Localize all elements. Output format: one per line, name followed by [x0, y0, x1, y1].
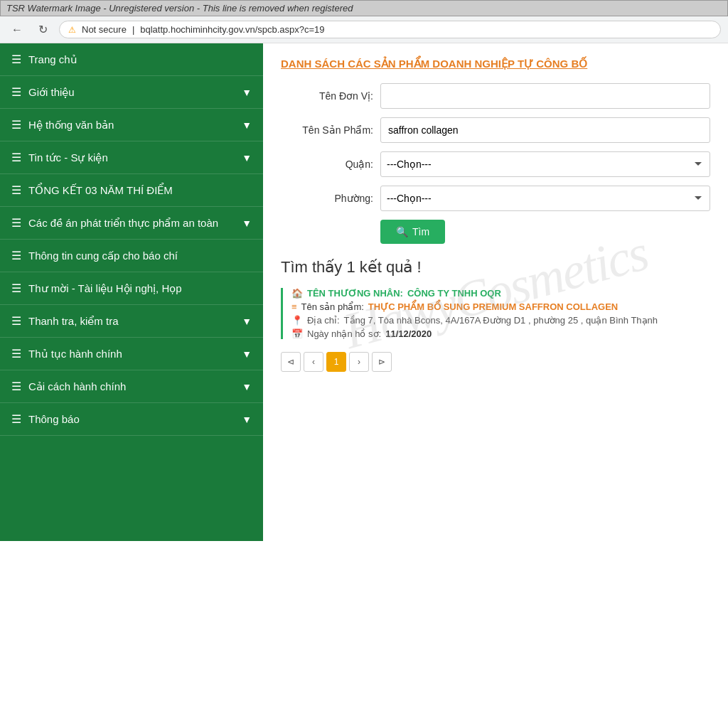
- search-form: Tên Đơn Vị: Tên Sản Phẩm: Quận: ---Chọn-…: [281, 83, 710, 244]
- pin-icon: 📍: [291, 315, 303, 326]
- result-summary: Tìm thấy 1 kết quả !: [281, 258, 710, 277]
- hamburger-icon: ☰: [11, 183, 21, 197]
- hamburger-icon: ☰: [11, 347, 21, 360]
- phuong-select[interactable]: ---Chọn---: [380, 186, 710, 211]
- page-last-button[interactable]: ⊳: [372, 352, 392, 372]
- sidebar-item-label-cac-de-an: Các đề án phát triển thực phẩm an toàn: [28, 217, 218, 230]
- address-value: Tầng 7, Tòa nhà Bcons, 4A/167A Đường D1 …: [344, 315, 658, 326]
- home-icon: 🏠: [291, 288, 303, 299]
- product-name-value: THỰC PHẨM BỔ SUNG PREMIUM SAFFRON COLLAG…: [368, 301, 618, 312]
- chevron-down-icon: ▼: [242, 381, 252, 392]
- merchant-name: 🏠 TÊN THƯƠNG NHÂN: CÔNG TY TNHH OQR: [291, 288, 710, 299]
- san-pham-row: Tên Sản Phẩm:: [281, 117, 710, 143]
- page-title: DANH SÁCH CÁC SẢN PHẨM DOANH NGHIỆP TỰ C…: [281, 58, 710, 70]
- hamburger-icon: ☰: [11, 249, 21, 262]
- sidebar-item-label-thu-tuc: Thủ tục hành chính: [28, 348, 122, 360]
- hamburger-icon: ☰: [11, 282, 21, 295]
- merchant-name-value: CÔNG TY TNHH OQR: [407, 288, 501, 299]
- sidebar-item-thong-bao[interactable]: ☰Thông báo▼: [0, 403, 263, 436]
- chevron-down-icon: ▼: [242, 348, 252, 360]
- search-icon: 🔍: [396, 226, 408, 237]
- sidebar-item-thanh-tra[interactable]: ☰Thanh tra, kiểm tra▼: [0, 305, 263, 338]
- quan-select[interactable]: ---Chọn---: [380, 151, 710, 177]
- url-separator: |: [132, 24, 134, 35]
- page-next-button[interactable]: ›: [349, 352, 369, 372]
- sidebar-item-cac-de-an[interactable]: ☰Các đề án phát triển thực phẩm an toàn▼: [0, 207, 263, 240]
- address-bar[interactable]: ⚠ Not secure | bqlattp.hochiminhcity.gov…: [59, 21, 721, 38]
- main-layout: ☰Trang chủ☰Giới thiệu▼☰Hệ thống văn bản▼…: [0, 43, 728, 541]
- sidebar-item-label-thong-bao: Thông báo: [28, 413, 80, 425]
- hamburger-icon: ☰: [11, 53, 21, 66]
- san-pham-input[interactable]: [380, 117, 710, 143]
- result-card: 🏠 TÊN THƯƠNG NHÂN: CÔNG TY TNHH OQR ≡ Tê…: [281, 288, 710, 339]
- hamburger-icon: ☰: [11, 380, 21, 393]
- hamburger-icon: ☰: [11, 412, 21, 426]
- sidebar-item-label-thu-moi: Thư mời - Tài liệu Hội nghị, Họp: [28, 282, 182, 295]
- phuong-label: Phường:: [281, 193, 373, 204]
- sidebar-item-thu-moi[interactable]: ☰Thư mời - Tài liệu Hội nghị, Họp: [0, 272, 263, 305]
- sidebar-item-thu-tuc[interactable]: ☰Thủ tục hành chính▼: [0, 338, 263, 370]
- sidebar-item-thong-tin-bao-chi[interactable]: ☰Thông tin cung cấp cho báo chí: [0, 240, 263, 272]
- chevron-down-icon: ▼: [242, 316, 252, 327]
- product-prefix: Tên sản phẩm:: [301, 301, 364, 312]
- phuong-row: Phường: ---Chọn---: [281, 186, 710, 211]
- date-row: 📅 Ngày nhận hồ sơ: 11/12/2020: [291, 328, 710, 339]
- security-label: Not secure: [82, 24, 127, 35]
- sidebar-item-trang-chu[interactable]: ☰Trang chủ: [0, 43, 263, 76]
- calendar-icon: 📅: [291, 328, 303, 339]
- sidebar-item-he-thong-van-ban[interactable]: ☰Hệ thống văn bản▼: [0, 109, 263, 141]
- sidebar-item-label-he-thong-van-ban: Hệ thống văn bản: [28, 119, 114, 132]
- page-prev-button[interactable]: ‹: [304, 352, 323, 372]
- chevron-down-icon: ▼: [242, 152, 252, 164]
- sidebar-item-label-tin-tuc: Tin tức - Sự kiện: [28, 151, 108, 164]
- sidebar-item-tin-tuc[interactable]: ☰Tin tức - Sự kiện▼: [0, 141, 263, 174]
- hamburger-icon: ☰: [11, 216, 21, 230]
- san-pham-label: Tên Sản Phẩm:: [281, 124, 373, 136]
- sidebar-item-label-cai-cach: Cải cách hành chính: [28, 380, 126, 393]
- sidebar-item-tong-ket[interactable]: ☰TỔNG KẾT 03 NĂM THÍ ĐIỂM: [0, 174, 263, 207]
- sidebar-item-label-trang-chu: Trang chủ: [28, 53, 77, 66]
- sidebar-item-gioi-thieu[interactable]: ☰Giới thiệu▼: [0, 76, 263, 109]
- refresh-button[interactable]: ↻: [34, 21, 52, 38]
- search-button[interactable]: 🔍 Tìm: [380, 220, 445, 244]
- chevron-down-icon: ▼: [242, 414, 252, 425]
- page-current-button[interactable]: 1: [326, 352, 346, 372]
- lock-icon: ⚠: [68, 25, 76, 35]
- page-first-button[interactable]: ⊲: [281, 352, 301, 372]
- quan-label: Quận:: [281, 159, 373, 170]
- product-name-row: ≡ Tên sản phẩm: THỰC PHẨM BỔ SUNG PREMIU…: [291, 301, 710, 312]
- don-vi-row: Tên Đơn Vị:: [281, 83, 710, 109]
- list-icon: ≡: [291, 301, 297, 312]
- sidebar-item-cai-cach[interactable]: ☰Cải cách hành chính▼: [0, 370, 263, 403]
- hamburger-icon: ☰: [11, 314, 21, 328]
- sidebar: ☰Trang chủ☰Giới thiệu▼☰Hệ thống văn bản▼…: [0, 43, 263, 541]
- sidebar-item-label-thanh-tra: Thanh tra, kiểm tra: [28, 315, 119, 328]
- address-row: 📍 Địa chỉ: Tầng 7, Tòa nhà Bcons, 4A/167…: [291, 315, 710, 326]
- search-btn-label: Tìm: [412, 226, 429, 237]
- sidebar-item-label-thong-tin-bao-chi: Thông tin cung cấp cho báo chí: [28, 250, 178, 262]
- url-text: bqlattp.hochiminhcity.gov.vn/spcb.aspx?c…: [140, 24, 324, 35]
- browser-chrome: ← ↻ ⚠ Not secure | bqlattp.hochiminhcity…: [0, 16, 728, 43]
- pagination: ⊲ ‹ 1 › ⊳: [281, 352, 710, 372]
- chevron-down-icon: ▼: [242, 87, 252, 98]
- back-button[interactable]: ←: [7, 22, 27, 38]
- hamburger-icon: ☰: [11, 151, 21, 164]
- date-value: 11/12/2020: [385, 328, 432, 339]
- watermark-bar: TSR Watermark Image - Unregistered versi…: [0, 0, 728, 16]
- sidebar-item-label-tong-ket: TỔNG KẾT 03 NĂM THÍ ĐIỂM: [28, 184, 173, 197]
- sidebar-item-label-gioi-thieu: Giới thiệu: [28, 86, 75, 99]
- hamburger-icon: ☰: [11, 85, 21, 99]
- merchant-prefix: TÊN THƯƠNG NHÂN:: [307, 288, 403, 299]
- address-prefix: Địa chỉ:: [307, 315, 340, 326]
- chevron-down-icon: ▼: [242, 119, 252, 131]
- don-vi-label: Tên Đơn Vị:: [281, 90, 373, 102]
- content-area: HawyCosmetics DANH SÁCH CÁC SẢN PHẨM DOA…: [263, 43, 728, 541]
- hamburger-icon: ☰: [11, 118, 21, 132]
- quan-row: Quận: ---Chọn---: [281, 151, 710, 177]
- date-prefix: Ngày nhận hồ sơ:: [307, 328, 381, 339]
- don-vi-input[interactable]: [380, 83, 710, 109]
- chevron-down-icon: ▼: [242, 218, 252, 229]
